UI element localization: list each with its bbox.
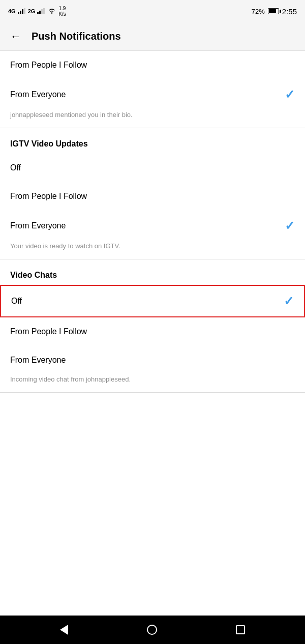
checkmark-icon: ✓ bbox=[285, 87, 295, 102]
wifi-icon bbox=[47, 8, 56, 15]
svg-rect-2 bbox=[22, 9, 23, 14]
signal-4g: 4G bbox=[8, 8, 16, 14]
nav-recents-button[interactable] bbox=[226, 621, 255, 638]
mentions-description: johnappleseed mentioned you in their bio… bbox=[0, 110, 305, 126]
back-button[interactable]: ← bbox=[8, 28, 23, 45]
home-circle-icon bbox=[147, 625, 157, 635]
option-label: Off bbox=[11, 297, 22, 306]
section-mentions: From People I Follow From Everyone ✓ joh… bbox=[0, 51, 305, 126]
section-header-igtv: IGTV Video Updates bbox=[0, 130, 305, 154]
vc-description: Incoming video chat from johnappleseed. bbox=[0, 374, 305, 390]
option-label: From Everyone bbox=[10, 221, 66, 230]
divider-1 bbox=[0, 128, 305, 128]
option-mentions-from-everyone[interactable]: From Everyone ✓ bbox=[0, 79, 305, 110]
svg-rect-7 bbox=[43, 8, 45, 14]
option-igtv-off[interactable]: Off bbox=[0, 154, 305, 182]
option-label: From Everyone bbox=[10, 90, 66, 99]
battery-percent: 72% bbox=[252, 8, 265, 15]
option-label: From People I Follow bbox=[10, 61, 87, 70]
option-vc-from-everyone[interactable]: From Everyone bbox=[0, 346, 305, 374]
checkmark-icon: ✓ bbox=[285, 219, 295, 233]
svg-rect-5 bbox=[39, 11, 41, 14]
nav-home-button[interactable] bbox=[137, 621, 167, 639]
svg-rect-6 bbox=[41, 9, 43, 14]
option-vc-from-people[interactable]: From People I Follow bbox=[0, 317, 305, 346]
option-label: From People I Follow bbox=[10, 192, 87, 201]
divider-2 bbox=[0, 259, 305, 259]
status-right: 72% 2:55 bbox=[252, 7, 297, 16]
section-video-chats: Video Chats Off ✓ From People I Follow F… bbox=[0, 261, 305, 390]
status-left: 4G 2G 1.9K/s bbox=[8, 6, 66, 17]
nav-bar bbox=[0, 616, 305, 644]
section-header-video-chats: Video Chats bbox=[0, 261, 305, 285]
svg-rect-1 bbox=[20, 11, 21, 14]
svg-rect-0 bbox=[18, 12, 19, 14]
svg-rect-4 bbox=[37, 12, 39, 14]
option-label: From People I Follow bbox=[10, 327, 87, 336]
network-speed: 1.9K/s bbox=[58, 6, 66, 17]
section-igtv: IGTV Video Updates Off From People I Fol… bbox=[0, 130, 305, 257]
signal-bars-2-icon bbox=[37, 8, 45, 14]
option-igtv-from-people[interactable]: From People I Follow bbox=[0, 182, 305, 211]
signal-bars-icon bbox=[18, 8, 26, 14]
nav-back-button[interactable] bbox=[50, 621, 78, 639]
status-bar: 4G 2G 1.9K/s 72% 2:55 bbox=[0, 0, 305, 22]
page-title: Push Notifications bbox=[32, 31, 121, 42]
back-icon: ← bbox=[10, 30, 21, 43]
time: 2:55 bbox=[282, 7, 297, 16]
back-triangle-icon bbox=[60, 625, 68, 635]
option-label: Off bbox=[10, 163, 21, 172]
option-label: From Everyone bbox=[10, 356, 66, 365]
svg-point-8 bbox=[51, 12, 53, 14]
battery-icon bbox=[268, 8, 279, 14]
svg-rect-3 bbox=[24, 8, 25, 14]
option-igtv-from-everyone[interactable]: From Everyone ✓ bbox=[0, 211, 305, 241]
checkmark-icon: ✓ bbox=[284, 294, 294, 308]
igtv-description: Your video is ready to watch on IGTV. bbox=[0, 241, 305, 257]
signal-2g: 2G bbox=[28, 8, 36, 14]
header: ← Push Notifications bbox=[0, 22, 305, 51]
divider-3 bbox=[0, 392, 305, 393]
option-mentions-from-people[interactable]: From People I Follow bbox=[0, 51, 305, 79]
content: From People I Follow From Everyone ✓ joh… bbox=[0, 51, 305, 616]
recents-square-icon bbox=[236, 625, 245, 634]
option-vc-off[interactable]: Off ✓ bbox=[0, 285, 305, 317]
